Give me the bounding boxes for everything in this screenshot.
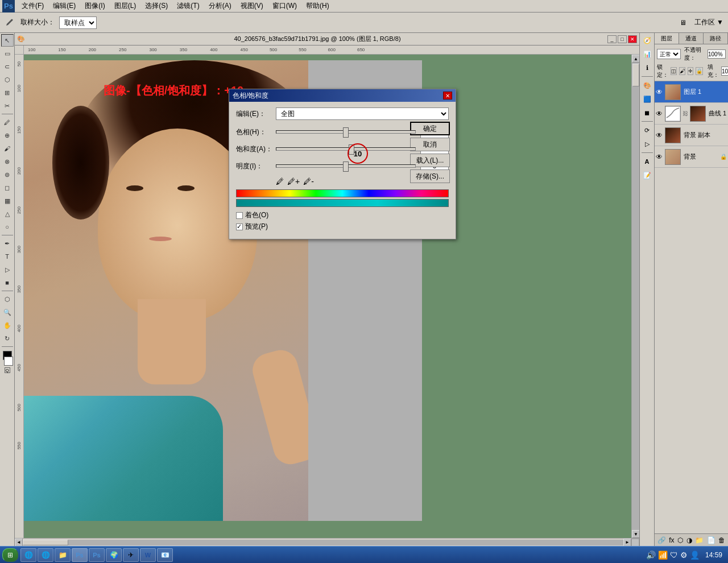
delete-layer-btn[interactable]: 🗑 — [718, 536, 725, 544]
menu-image[interactable]: 图像(I) — [80, 0, 109, 12]
start-button[interactable]: ⊞ — [2, 548, 18, 562]
pen-tool[interactable]: ✒ — [1, 237, 14, 250]
layer-item-curves1[interactable]: 👁 ⛓ 曲线 1 — [655, 103, 728, 125]
add-link-btn[interactable]: 🔗 — [657, 536, 666, 544]
menu-file[interactable]: 文件(F) — [17, 0, 48, 12]
lock-transparent-btn[interactable]: ◫ — [671, 67, 677, 75]
scroll-right-btn[interactable]: ► — [623, 539, 631, 547]
save-button[interactable]: 存储(S)... — [410, 169, 450, 183]
menu-view[interactable]: 视图(V) — [236, 0, 268, 12]
preview-checkbox[interactable] — [236, 223, 243, 230]
colorize-checkbox[interactable] — [236, 212, 243, 219]
navigator-icon-btn[interactable]: 🧭 — [641, 34, 653, 47]
layer-item-bg-copy[interactable]: 👁 背景 副本 — [655, 125, 728, 146]
hand-tool[interactable]: ✋ — [1, 319, 14, 332]
tab-paths[interactable]: 路径 — [704, 33, 728, 44]
menu-window[interactable]: 窗口(W) — [268, 0, 301, 12]
tray-icon-5[interactable]: 👤 — [690, 550, 700, 560]
text-tool[interactable]: T — [1, 250, 14, 263]
hue-slider-track[interactable] — [276, 130, 416, 134]
menu-edit[interactable]: 编辑(E) — [48, 0, 80, 12]
history-icon-btn[interactable]: ⟳ — [641, 124, 653, 136]
zoom-tool[interactable]: 🔍 — [1, 306, 14, 318]
gradient-tool[interactable]: ▦ — [1, 194, 14, 207]
lock-position-btn[interactable]: ✛ — [688, 67, 693, 75]
cancel-button[interactable]: 取消 — [410, 138, 450, 151]
blur-tool[interactable]: △ — [1, 208, 14, 220]
sample-size-select[interactable]: 取样点 — [59, 16, 97, 29]
blend-mode-select[interactable]: 正常 — [657, 49, 681, 59]
taskbar-globe[interactable]: 🌍 — [106, 548, 122, 562]
dodge-tool[interactable]: ○ — [1, 221, 14, 233]
select-path-tool[interactable]: ▷ — [1, 263, 14, 276]
scrollbar-thumb[interactable] — [632, 64, 639, 86]
scroll-track-h[interactable] — [23, 540, 623, 545]
menu-help[interactable]: 帮助(H) — [301, 0, 334, 12]
quick-select-tool[interactable]: ⬡ — [1, 73, 14, 86]
taskbar-mail[interactable]: 📧 — [157, 548, 173, 562]
add-adjustment-btn[interactable]: ◑ — [686, 536, 692, 544]
vertical-scrollbar[interactable]: ▲ ▼ — [631, 55, 639, 538]
scrollbar-track[interactable] — [632, 63, 639, 530]
scrollbar-up-btn[interactable]: ▲ — [632, 55, 639, 63]
styles-icon-btn[interactable]: ◼ — [641, 106, 653, 119]
taskbar-word[interactable]: W — [140, 548, 156, 562]
bgcopy-visibility[interactable]: 👁 — [656, 131, 664, 139]
menu-analysis[interactable]: 分析(A) — [204, 0, 236, 12]
eraser-tool[interactable]: ◻ — [1, 181, 14, 194]
taskbar-explorer[interactable]: 📁 — [55, 548, 71, 562]
fill-input[interactable] — [721, 67, 728, 76]
brightness-slider-track[interactable] — [276, 164, 416, 168]
lasso-tool[interactable]: ⊂ — [1, 60, 14, 73]
canvas-content[interactable]: 图像-【色相/饱和度】：+10 色相/饱和度 ✕ 确定 取消 载入(L)... — [24, 55, 639, 538]
history-brush[interactable]: ⊚ — [1, 168, 14, 181]
hue-slider-thumb[interactable] — [343, 127, 349, 138]
tray-icon-2[interactable]: 📶 — [658, 550, 668, 560]
dialog-close-btn[interactable]: ✕ — [443, 92, 452, 100]
background-color[interactable] — [4, 357, 13, 366]
crop-tool[interactable]: ⊞ — [1, 86, 14, 99]
eyedropper-tool[interactable] — [2, 16, 16, 30]
opacity-input[interactable] — [708, 49, 726, 59]
minimize-btn[interactable]: _ — [607, 35, 617, 43]
color-icon-btn[interactable]: 🎨 — [641, 79, 653, 92]
eyedropper-icon[interactable]: 🖉 — [276, 177, 284, 186]
quick-mask-mode[interactable]: Q — [5, 367, 10, 373]
eyedropper-add-icon[interactable]: 🖉+ — [287, 177, 300, 186]
new-layer-btn[interactable]: 📄 — [707, 536, 715, 544]
tray-icon-4[interactable]: ⚙ — [680, 550, 688, 560]
layer1-visibility[interactable]: 👁 — [656, 88, 664, 96]
add-mask-btn[interactable]: ⬡ — [677, 536, 683, 544]
scrollbar-down-btn[interactable]: ▼ — [632, 530, 639, 538]
spot-heal-tool[interactable]: ⊕ — [1, 129, 14, 142]
taskbar-ps2[interactable]: Ps — [89, 548, 105, 562]
taskbar-ie[interactable]: 🌐 — [20, 548, 36, 562]
brightness-slider-thumb[interactable] — [343, 162, 349, 172]
3d-tool[interactable]: ⬡ — [1, 293, 14, 305]
text-icon-btn[interactable]: A — [641, 155, 653, 168]
layer-item-bg[interactable]: 👁 背景 🔒 — [655, 146, 728, 168]
tray-icon-3[interactable]: 🛡 — [670, 550, 678, 560]
menu-layer[interactable]: 图层(L) — [110, 0, 141, 12]
shape-tool[interactable]: ■ — [1, 276, 14, 289]
actions-icon-btn[interactable]: ▷ — [641, 138, 653, 150]
menu-filter[interactable]: 滤镜(T) — [172, 0, 204, 12]
workspace-icon[interactable]: 🖥 — [676, 16, 690, 30]
taskbar-ie2[interactable]: 🌐 — [38, 548, 53, 562]
scroll-left-btn[interactable]: ◄ — [15, 539, 23, 547]
new-group-btn[interactable]: 📁 — [695, 536, 704, 544]
marquee-tool[interactable]: ▭ — [1, 47, 14, 60]
tab-layers[interactable]: 图层 — [655, 33, 679, 44]
eyedropper-tool-box[interactable]: 🖉 — [1, 116, 14, 129]
move-tool[interactable]: ↖ — [1, 34, 14, 47]
close-btn[interactable]: ✕ — [628, 35, 637, 43]
lock-paint-btn[interactable]: 🖌 — [679, 67, 685, 75]
ok-button[interactable]: 确定 — [410, 122, 450, 135]
swatches-icon-btn[interactable]: 🟦 — [641, 93, 653, 105]
scroll-thumb-h[interactable] — [23, 540, 68, 545]
menu-select[interactable]: 选择(S) — [140, 0, 172, 12]
brush-tool[interactable]: 🖌 — [1, 142, 14, 155]
maximize-btn[interactable]: □ — [618, 35, 627, 43]
taskbar-plane[interactable]: ✈ — [123, 548, 139, 562]
add-fx-btn[interactable]: fx — [669, 536, 674, 544]
